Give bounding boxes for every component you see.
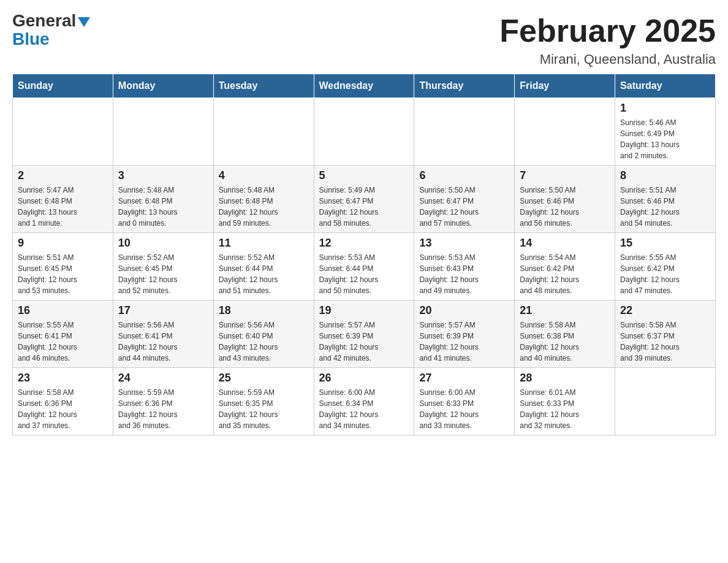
day-info: Sunrise: 5:49 AM Sunset: 6:47 PM Dayligh… bbox=[319, 185, 409, 229]
table-row: 14Sunrise: 5:54 AM Sunset: 6:42 PM Dayli… bbox=[515, 233, 615, 301]
logo-blue: Blue bbox=[12, 31, 50, 48]
day-info: Sunrise: 5:52 AM Sunset: 6:44 PM Dayligh… bbox=[219, 252, 309, 296]
table-row bbox=[414, 98, 515, 166]
col-saturday: Saturday bbox=[615, 74, 716, 98]
table-row: 5Sunrise: 5:49 AM Sunset: 6:47 PM Daylig… bbox=[314, 166, 414, 233]
day-info: Sunrise: 5:56 AM Sunset: 6:40 PM Dayligh… bbox=[219, 320, 309, 364]
table-row: 22Sunrise: 5:58 AM Sunset: 6:37 PM Dayli… bbox=[615, 301, 716, 368]
calendar-header-row: Sunday Monday Tuesday Wednesday Thursday… bbox=[13, 74, 716, 98]
day-info: Sunrise: 5:53 AM Sunset: 6:44 PM Dayligh… bbox=[319, 252, 409, 296]
day-info: Sunrise: 5:57 AM Sunset: 6:39 PM Dayligh… bbox=[319, 320, 409, 364]
table-row: 12Sunrise: 5:53 AM Sunset: 6:44 PM Dayli… bbox=[314, 233, 414, 301]
day-number: 23 bbox=[18, 372, 108, 385]
day-number: 1 bbox=[620, 102, 710, 115]
page-header: General Blue February 2025 Mirani, Queen… bbox=[12, 12, 716, 67]
col-friday: Friday bbox=[515, 74, 615, 98]
table-row: 2Sunrise: 5:47 AM Sunset: 6:48 PM Daylig… bbox=[13, 166, 113, 233]
table-row: 4Sunrise: 5:48 AM Sunset: 6:48 PM Daylig… bbox=[213, 166, 314, 233]
day-number: 16 bbox=[18, 304, 108, 317]
day-number: 5 bbox=[319, 169, 409, 182]
col-monday: Monday bbox=[113, 74, 213, 98]
day-info: Sunrise: 5:55 AM Sunset: 6:42 PM Dayligh… bbox=[620, 252, 710, 296]
day-number: 21 bbox=[520, 304, 610, 317]
table-row: 21Sunrise: 5:58 AM Sunset: 6:38 PM Dayli… bbox=[515, 301, 615, 368]
day-number: 7 bbox=[520, 169, 610, 182]
day-info: Sunrise: 5:51 AM Sunset: 6:45 PM Dayligh… bbox=[18, 252, 108, 296]
table-row: 15Sunrise: 5:55 AM Sunset: 6:42 PM Dayli… bbox=[615, 233, 716, 301]
table-row: 27Sunrise: 6:00 AM Sunset: 6:33 PM Dayli… bbox=[414, 368, 515, 435]
col-sunday: Sunday bbox=[13, 74, 113, 98]
day-number: 17 bbox=[118, 304, 208, 317]
day-number: 6 bbox=[419, 169, 509, 182]
day-info: Sunrise: 5:59 AM Sunset: 6:36 PM Dayligh… bbox=[118, 387, 208, 431]
day-number: 14 bbox=[520, 237, 610, 250]
logo-general: General bbox=[12, 12, 76, 29]
table-row: 3Sunrise: 5:48 AM Sunset: 6:48 PM Daylig… bbox=[113, 166, 213, 233]
col-tuesday: Tuesday bbox=[213, 74, 314, 98]
day-info: Sunrise: 5:54 AM Sunset: 6:42 PM Dayligh… bbox=[520, 252, 610, 296]
day-info: Sunrise: 6:00 AM Sunset: 6:33 PM Dayligh… bbox=[419, 387, 509, 431]
table-row: 1Sunrise: 5:46 AM Sunset: 6:49 PM Daylig… bbox=[615, 98, 716, 166]
table-row: 9Sunrise: 5:51 AM Sunset: 6:45 PM Daylig… bbox=[13, 233, 113, 301]
day-info: Sunrise: 5:48 AM Sunset: 6:48 PM Dayligh… bbox=[118, 185, 208, 229]
day-number: 27 bbox=[419, 372, 509, 385]
day-number: 8 bbox=[620, 169, 710, 182]
calendar-week-row: 9Sunrise: 5:51 AM Sunset: 6:45 PM Daylig… bbox=[13, 233, 716, 301]
table-row bbox=[314, 98, 414, 166]
table-row: 13Sunrise: 5:53 AM Sunset: 6:43 PM Dayli… bbox=[414, 233, 515, 301]
table-row: 19Sunrise: 5:57 AM Sunset: 6:39 PM Dayli… bbox=[314, 301, 414, 368]
calendar-week-row: 2Sunrise: 5:47 AM Sunset: 6:48 PM Daylig… bbox=[13, 166, 716, 233]
table-row bbox=[213, 98, 314, 166]
day-info: Sunrise: 5:52 AM Sunset: 6:45 PM Dayligh… bbox=[118, 252, 208, 296]
day-info: Sunrise: 5:47 AM Sunset: 6:48 PM Dayligh… bbox=[18, 185, 108, 229]
day-number: 22 bbox=[620, 304, 710, 317]
day-info: Sunrise: 5:56 AM Sunset: 6:41 PM Dayligh… bbox=[118, 320, 208, 364]
day-number: 13 bbox=[419, 237, 509, 250]
table-row: 20Sunrise: 5:57 AM Sunset: 6:39 PM Dayli… bbox=[414, 301, 515, 368]
day-number: 20 bbox=[419, 304, 509, 317]
day-info: Sunrise: 5:50 AM Sunset: 6:46 PM Dayligh… bbox=[520, 185, 610, 229]
col-wednesday: Wednesday bbox=[314, 74, 414, 98]
day-info: Sunrise: 5:51 AM Sunset: 6:46 PM Dayligh… bbox=[620, 185, 710, 229]
table-row: 28Sunrise: 6:01 AM Sunset: 6:33 PM Dayli… bbox=[515, 368, 615, 435]
day-number: 25 bbox=[219, 372, 309, 385]
day-number: 4 bbox=[219, 169, 309, 182]
table-row: 6Sunrise: 5:50 AM Sunset: 6:47 PM Daylig… bbox=[414, 166, 515, 233]
day-number: 26 bbox=[319, 372, 409, 385]
day-number: 19 bbox=[319, 304, 409, 317]
day-info: Sunrise: 5:58 AM Sunset: 6:37 PM Dayligh… bbox=[620, 320, 710, 364]
table-row: 26Sunrise: 6:00 AM Sunset: 6:34 PM Dayli… bbox=[314, 368, 414, 435]
day-number: 10 bbox=[118, 237, 208, 250]
calendar-title: February 2025 bbox=[499, 12, 716, 49]
day-info: Sunrise: 5:48 AM Sunset: 6:48 PM Dayligh… bbox=[219, 185, 309, 229]
table-row: 10Sunrise: 5:52 AM Sunset: 6:45 PM Dayli… bbox=[113, 233, 213, 301]
day-number: 24 bbox=[118, 372, 208, 385]
day-info: Sunrise: 5:55 AM Sunset: 6:41 PM Dayligh… bbox=[18, 320, 108, 364]
day-info: Sunrise: 5:53 AM Sunset: 6:43 PM Dayligh… bbox=[419, 252, 509, 296]
day-info: Sunrise: 6:00 AM Sunset: 6:34 PM Dayligh… bbox=[319, 387, 409, 431]
day-number: 28 bbox=[520, 372, 610, 385]
calendar-week-row: 16Sunrise: 5:55 AM Sunset: 6:41 PM Dayli… bbox=[13, 301, 716, 368]
table-row: 17Sunrise: 5:56 AM Sunset: 6:41 PM Dayli… bbox=[113, 301, 213, 368]
calendar-table: Sunday Monday Tuesday Wednesday Thursday… bbox=[12, 74, 716, 435]
day-info: Sunrise: 5:59 AM Sunset: 6:35 PM Dayligh… bbox=[219, 387, 309, 431]
logo-arrow-icon bbox=[78, 17, 90, 27]
table-row: 7Sunrise: 5:50 AM Sunset: 6:46 PM Daylig… bbox=[515, 166, 615, 233]
day-info: Sunrise: 5:57 AM Sunset: 6:39 PM Dayligh… bbox=[419, 320, 509, 364]
day-info: Sunrise: 5:46 AM Sunset: 6:49 PM Dayligh… bbox=[620, 117, 710, 161]
calendar-week-row: 23Sunrise: 5:58 AM Sunset: 6:36 PM Dayli… bbox=[13, 368, 716, 435]
calendar-subtitle: Mirani, Queensland, Australia bbox=[499, 52, 716, 67]
day-number: 2 bbox=[18, 169, 108, 182]
table-row bbox=[615, 368, 716, 435]
table-row: 18Sunrise: 5:56 AM Sunset: 6:40 PM Dayli… bbox=[213, 301, 314, 368]
col-thursday: Thursday bbox=[414, 74, 515, 98]
table-row: 25Sunrise: 5:59 AM Sunset: 6:35 PM Dayli… bbox=[213, 368, 314, 435]
table-row: 16Sunrise: 5:55 AM Sunset: 6:41 PM Dayli… bbox=[13, 301, 113, 368]
table-row bbox=[515, 98, 615, 166]
table-row bbox=[113, 98, 213, 166]
day-number: 3 bbox=[118, 169, 208, 182]
table-row: 11Sunrise: 5:52 AM Sunset: 6:44 PM Dayli… bbox=[213, 233, 314, 301]
day-number: 11 bbox=[219, 237, 309, 250]
day-number: 9 bbox=[18, 237, 108, 250]
table-row: 23Sunrise: 5:58 AM Sunset: 6:36 PM Dayli… bbox=[13, 368, 113, 435]
